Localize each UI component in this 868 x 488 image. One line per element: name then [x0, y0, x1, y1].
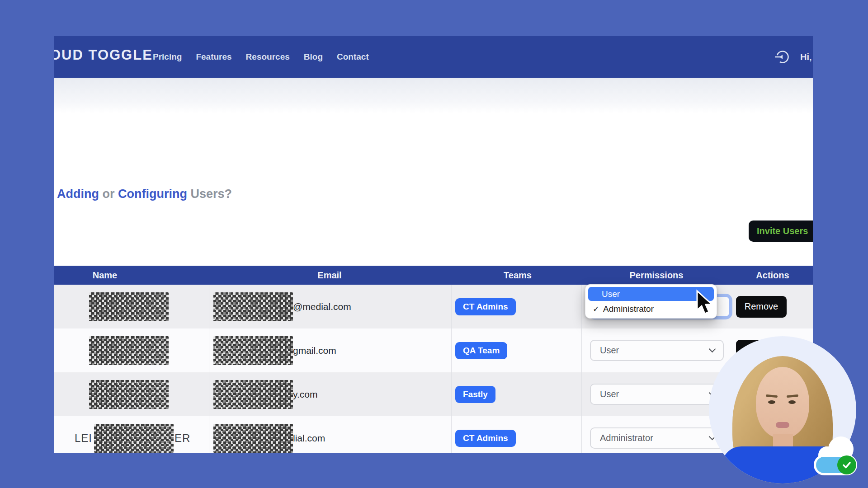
team-badge: CT Admins — [455, 298, 516, 315]
email-domain-text: @medial.com — [293, 301, 351, 312]
user-email-cell: y.com — [213, 372, 317, 416]
nav-item-pricing[interactable]: Pricing — [153, 52, 182, 62]
nav-item-resources[interactable]: Resources — [246, 52, 290, 62]
mouse-cursor-icon — [693, 289, 716, 317]
censored-email — [213, 424, 293, 453]
user-email-cell: gmail.com — [213, 328, 336, 372]
name-prefix-text: LEI — [75, 432, 92, 445]
nav-item-blog[interactable]: Blog — [304, 52, 323, 62]
cloud-toggle-logo — [813, 435, 867, 480]
user-name-cell — [75, 285, 169, 328]
censored-email — [213, 336, 293, 365]
greeting-text: Hi, — [800, 52, 812, 62]
nav-item-contact[interactable]: Contact — [337, 52, 369, 62]
censored-name — [89, 336, 169, 365]
dropdown-option-label: Administrator — [603, 304, 654, 314]
permission-select[interactable]: User — [590, 384, 724, 405]
team-badge: CT Admins — [455, 430, 516, 447]
user-email-cell: lial.com — [213, 416, 325, 453]
chevron-down-icon — [709, 346, 716, 353]
column-header-actions: Actions — [736, 266, 809, 285]
presenter-eyebrow — [766, 394, 778, 398]
email-domain-text: lial.com — [293, 433, 325, 444]
toggle-switch-icon — [814, 455, 857, 475]
users-text: Users? — [191, 187, 232, 201]
column-header-teams: Teams — [481, 266, 554, 285]
presenter-face — [756, 367, 809, 438]
column-header-permissions: Permissions — [620, 266, 693, 285]
team-cell: CT Admins — [455, 416, 516, 453]
column-divider — [451, 285, 452, 453]
email-domain-text: gmail.com — [293, 345, 336, 356]
configuring-link[interactable]: Configuring — [118, 187, 187, 201]
or-text: or — [103, 187, 115, 201]
presenter-eyebrow — [787, 394, 798, 398]
presenter-eye — [788, 400, 796, 404]
permission-value: User — [600, 345, 619, 356]
permission-value: User — [600, 389, 619, 399]
permission-select[interactable]: Administrator — [590, 427, 724, 449]
invite-users-button[interactable]: Invite Users — [749, 221, 813, 242]
permissions-cell: Administrator — [590, 416, 724, 453]
check-icon: ✓ — [593, 304, 599, 314]
top-navbar: OUD TOGGLE Pricing Features Resources Bl… — [54, 36, 813, 78]
censored-name — [94, 424, 174, 453]
table-row: LEI ER lial.com CT Admins Administrator … — [54, 416, 813, 453]
column-header-name: Name — [69, 266, 141, 285]
email-domain-text: y.com — [293, 389, 317, 400]
censored-email — [213, 380, 293, 409]
remove-button[interactable]: Remove — [736, 296, 787, 318]
permissions-cell: User — [590, 372, 724, 416]
nav-item-features[interactable]: Features — [196, 52, 231, 62]
navbar-account-area: Hi, — [774, 36, 812, 78]
login-arrow-icon[interactable] — [774, 49, 790, 65]
permissions-cell: User — [590, 328, 724, 372]
actions-cell: Remove — [736, 285, 787, 328]
team-cell: Fastly — [455, 372, 495, 416]
censored-name — [89, 292, 169, 321]
user-name-cell — [75, 328, 169, 372]
table-row: gmail.com QA Team User Remove — [54, 328, 813, 372]
team-badge: QA Team — [455, 342, 507, 359]
brand-logo[interactable]: OUD TOGGLE — [54, 47, 153, 63]
column-divider — [581, 285, 582, 453]
user-email-cell: @medial.com — [213, 285, 351, 328]
user-name-cell: LEI ER — [75, 416, 190, 453]
table-row: y.com Fastly User Remove — [54, 372, 813, 416]
column-header-email: Email — [293, 266, 366, 285]
team-cell: CT Admins — [455, 285, 516, 328]
censored-email — [213, 292, 293, 321]
hero-band — [54, 78, 813, 113]
team-cell: QA Team — [455, 328, 507, 372]
column-divider — [209, 285, 209, 453]
page-title: Adding or Configuring Users? — [57, 187, 232, 201]
permission-select[interactable]: User — [590, 340, 724, 361]
check-icon — [842, 460, 852, 470]
user-name-cell — [75, 372, 169, 416]
team-badge: Fastly — [455, 386, 495, 403]
permission-value: Administrator — [600, 433, 653, 443]
toggle-knob-check — [837, 455, 856, 474]
name-suffix-text: ER — [175, 432, 190, 445]
presenter-lips — [776, 422, 789, 428]
censored-name — [89, 380, 169, 409]
browser-page: OUD TOGGLE Pricing Features Resources Bl… — [54, 36, 813, 453]
main-nav: Pricing Features Resources Blog Contact — [153, 36, 369, 78]
adding-link[interactable]: Adding — [57, 187, 99, 201]
presenter-eye — [768, 400, 775, 404]
table-header: Name Email Teams Permissions Actions — [54, 266, 813, 285]
